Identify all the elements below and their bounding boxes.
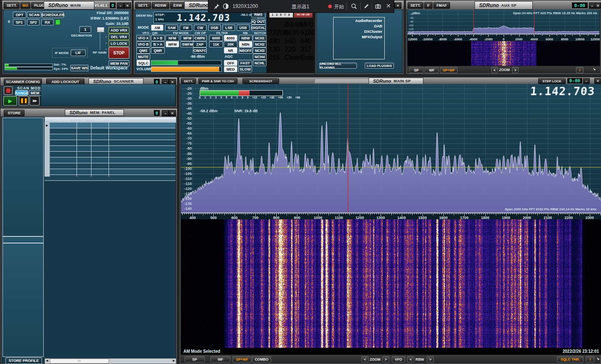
mem-bank-box-top[interactable]: [2, 118, 44, 236]
rx-b-a[interactable]: B > A: [151, 41, 165, 47]
rf-gain-slider-thumb[interactable]: [97, 27, 104, 32]
key-30[interactable]: 130: [269, 46, 284, 53]
pencil-icon[interactable]: [363, 3, 370, 10]
main-waterfall-canvas[interactable]: [181, 219, 601, 348]
scroll-left-arrow[interactable]: ◀: [45, 359, 49, 363]
rx-settings-button[interactable]: SETT.: [135, 2, 151, 9]
plugin-dxcluster[interactable]: DXCluster: [334, 29, 384, 34]
mode-digital[interactable]: DIGITAL: [251, 25, 266, 31]
sp-zoom-out-button[interactable]: <: [361, 356, 369, 362]
pin-icon[interactable]: [213, 3, 220, 10]
aux-sp-button[interactable]: SP: [409, 67, 423, 73]
aux-sp-wf-button[interactable]: SP+WF: [440, 67, 458, 73]
table-row[interactable]: [45, 152, 176, 157]
scroll-right-arrow[interactable]: ▶: [172, 359, 176, 363]
scanner-stop-button[interactable]: [4, 86, 12, 95]
rx-swfm[interactable]: SWFM: [181, 41, 194, 47]
sp-minimize-button[interactable]: –: [583, 78, 590, 84]
aux-info-button[interactable]: i: [576, 67, 584, 73]
table-row[interactable]: [45, 140, 176, 146]
mode-lsb[interactable]: LSB: [223, 25, 235, 31]
frequency-panel[interactable]: STEP: 1 kHz 1.142.703 -58.2 dBm: [153, 12, 258, 23]
scan-button[interactable]: SCAN: [27, 12, 41, 18]
del-vrx-button[interactable]: DEL VRX: [109, 34, 129, 40]
rdsw-button[interactable]: RDSW: [152, 2, 169, 9]
mem-bank-row[interactable]: [2, 236, 44, 243]
mode-sam[interactable]: SAM: [165, 25, 178, 31]
scheduler-button[interactable]: SCHEDULER: [42, 12, 64, 18]
aux-resize-grip[interactable]: ↘: [593, 67, 596, 71]
exw-button[interactable]: EXW: [170, 2, 185, 9]
scan-range-button[interactable]: RANGE: [15, 90, 28, 96]
rx-11k[interactable]: 11K: [209, 41, 223, 47]
plugin-mpxoutput[interactable]: MPXOutput: [334, 34, 384, 40]
rf-gain-slider-track[interactable]: [100, 32, 100, 50]
stop-button[interactable]: STOP: [109, 47, 129, 59]
mode-cw[interactable]: CW: [194, 25, 206, 31]
key-enter[interactable]: Enter: [300, 54, 315, 61]
table-row[interactable]: [45, 134, 176, 140]
rx-vfo-a[interactable]: VFO A: [136, 35, 150, 41]
rx-wfm[interactable]: WFM: [166, 41, 179, 47]
rbw-up-button[interactable]: >: [427, 356, 434, 362]
rbw-down-button[interactable]: <: [407, 356, 414, 362]
key-17[interactable]: 317: [300, 46, 315, 53]
table-row[interactable]: [45, 175, 176, 181]
combo-button[interactable]: COMBO: [252, 356, 271, 362]
sp-wf-button[interactable]: WF: [210, 356, 230, 362]
mem-bank-box-bottom[interactable]: [2, 243, 44, 357]
nchl-button[interactable]: NCHL: [253, 60, 267, 66]
sp-resize-grip[interactable]: ↘: [596, 357, 599, 361]
column-header-frequency[interactable]: Frequency: [53, 118, 70, 122]
fmaf-button[interactable]: FMAF: [433, 2, 450, 9]
magnifier-icon[interactable]: [351, 3, 357, 10]
capture-start-button[interactable]: 开始: [334, 3, 344, 10]
scan-skip-button[interactable]: ▶▶: [30, 96, 40, 106]
main-settings-button[interactable]: SETT.: [4, 2, 20, 9]
step-lock-button[interactable]: STEP LOCK: [538, 78, 566, 84]
key-630[interactable]: 8630: [284, 29, 299, 37]
column-header-s[interactable]: S: [82, 118, 84, 122]
rx-mfm[interactable]: MFM: [181, 35, 194, 41]
rx-nr[interactable]: NR: [224, 47, 237, 54]
vfo-button[interactable]: VFO: [392, 356, 405, 362]
rx-nbw[interactable]: NBW: [239, 35, 252, 41]
table-row[interactable]: [45, 123, 176, 128]
agc-off-button[interactable]: OFF: [224, 60, 237, 66]
rx-nch2[interactable]: NCH2: [253, 41, 267, 47]
sqlc-threshold-button[interactable]: SQLC THR.: [557, 356, 584, 362]
lo-lock-button[interactable]: LO LOCK: [109, 40, 129, 47]
table-row[interactable]: [45, 146, 176, 152]
scroll-thumb[interactable]: |||: [50, 359, 109, 364]
load-plugins-button[interactable]: LOAD PLUGINS: [365, 63, 394, 69]
sp2-button[interactable]: SP2: [27, 19, 40, 25]
mode-usb[interactable]: USB: [237, 25, 249, 31]
column-header-mode[interactable]: Mode: [95, 118, 104, 122]
table-row[interactable]: [45, 169, 176, 175]
aux-minimize-button[interactable]: –: [589, 2, 595, 9]
aux-settings-button[interactable]: SETT.: [408, 2, 423, 9]
key-60[interactable]: 560: [284, 37, 299, 45]
key-mhz[interactable]: MHz: [300, 21, 315, 28]
aux-waterfall-canvas[interactable]: [408, 41, 600, 66]
mem-h-scrollbar[interactable]: ◀ ||| ▶: [45, 358, 176, 364]
aux-close-button[interactable]: ✕: [595, 2, 601, 9]
rx-cwpk[interactable]: CWPK: [193, 35, 207, 41]
rx-nfm[interactable]: NFM: [166, 35, 179, 41]
sqlc-button[interactable]: SQLC: [136, 60, 150, 66]
main-minimize-button[interactable]: –: [117, 2, 124, 9]
sp-sp-button[interactable]: SP: [185, 356, 205, 362]
scan-mem-button[interactable]: MEM: [29, 90, 41, 96]
sp-sp-wf-button[interactable]: SP+WF: [232, 356, 252, 362]
key-80[interactable]: 480: [269, 37, 284, 45]
sp1-button[interactable]: SP1: [13, 19, 25, 25]
aux-f-button[interactable]: F: [424, 2, 433, 9]
mode-am[interactable]: AM: [151, 25, 163, 31]
main-spectrum-canvas[interactable]: [181, 84, 601, 219]
plugin-audiorecorder[interactable]: AudioRecorder: [334, 18, 384, 24]
rx-button[interactable]: RX: [41, 19, 54, 25]
store-profile-button[interactable]: STORE PROFILE: [5, 357, 42, 364]
key-160[interactable]: 9160: [300, 29, 315, 37]
rx-qmr[interactable]: QMR: [151, 47, 165, 54]
key-40[interactable]: 640: [300, 37, 315, 45]
